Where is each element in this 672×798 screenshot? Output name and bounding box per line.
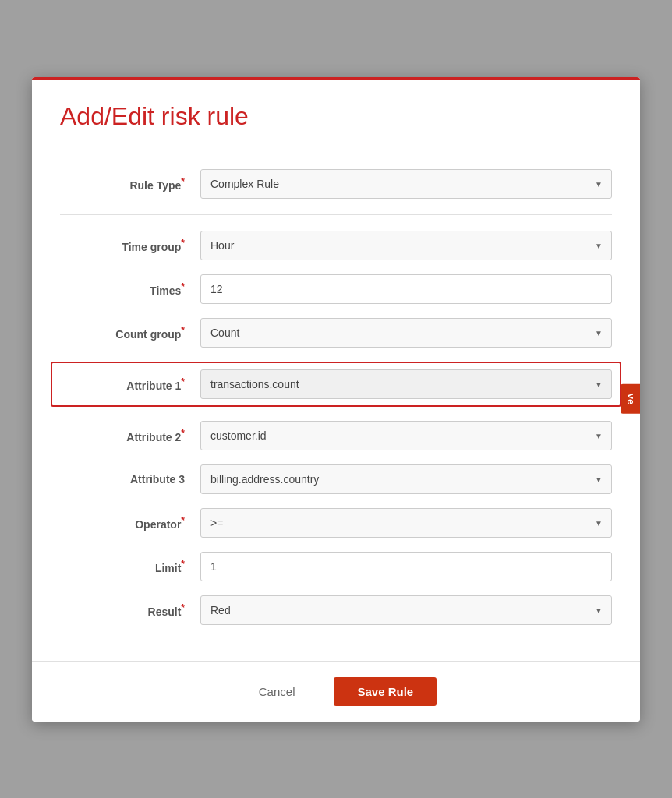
limit-row: Limit* — [60, 552, 612, 581]
modal-dialog: Add/Edit risk rule Rule Type* Complex Ru… — [32, 77, 640, 722]
cancel-button[interactable]: Cancel — [235, 677, 319, 706]
count-group-row: Count group* Count Sum Average — [60, 318, 612, 348]
attribute1-select-wrapper[interactable]: transactions.count customer.id billing.a… — [200, 369, 612, 399]
count-group-select-wrapper[interactable]: Count Sum Average — [200, 318, 612, 348]
limit-label: Limit* — [60, 559, 200, 574]
time-group-select-wrapper[interactable]: Hour Day Week Month — [200, 231, 612, 260]
rule-type-select[interactable]: Complex Rule Simple Rule — [200, 169, 612, 199]
times-label: Times* — [60, 281, 200, 297]
attribute2-label: Attribute 2* — [60, 428, 200, 443]
count-group-label: Count group* — [60, 325, 200, 341]
result-row: Result* Red Orange Yellow Green — [60, 595, 612, 625]
times-input[interactable] — [200, 274, 612, 304]
operator-row: Operator* >= <= > < = != — [60, 508, 612, 538]
attribute1-label: Attribute 1* — [60, 376, 200, 392]
time-group-row: Time group* Hour Day Week Month — [60, 231, 612, 260]
attribute3-select-wrapper[interactable]: transactions.count customer.id billing.a… — [200, 464, 612, 494]
operator-select-wrapper[interactable]: >= <= > < = != — [200, 508, 612, 538]
modal-header: Add/Edit risk rule — [32, 77, 640, 147]
attribute1-row: Attribute 1* transactions.count customer… — [51, 362, 621, 407]
times-row: Times* — [60, 274, 612, 304]
operator-select[interactable]: >= <= > < = != — [200, 508, 612, 538]
rule-type-label: Rule Type* — [60, 176, 200, 192]
limit-input[interactable] — [200, 552, 612, 581]
rule-type-select-wrapper[interactable]: Complex Rule Simple Rule — [200, 169, 612, 199]
result-select[interactable]: Red Orange Yellow Green — [200, 595, 612, 625]
time-group-select[interactable]: Hour Day Week Month — [200, 231, 612, 260]
modal-body: Rule Type* Complex Rule Simple Rule Time… — [32, 147, 640, 661]
attribute2-row: Attribute 2* transactions.count customer… — [60, 421, 612, 450]
divider-1 — [60, 214, 612, 215]
side-tab[interactable]: ve — [621, 384, 640, 414]
attribute2-select[interactable]: transactions.count customer.id billing.a… — [200, 421, 612, 450]
result-select-wrapper[interactable]: Red Orange Yellow Green — [200, 595, 612, 625]
result-label: Result* — [60, 602, 200, 618]
time-group-label: Time group* — [60, 238, 200, 253]
save-button[interactable]: Save Rule — [334, 677, 437, 706]
attribute1-select[interactable]: transactions.count customer.id billing.a… — [200, 369, 612, 399]
attribute3-label: Attribute 3 — [60, 473, 200, 486]
count-group-select[interactable]: Count Sum Average — [200, 318, 612, 348]
operator-label: Operator* — [60, 515, 200, 531]
modal-footer: Cancel Save Rule — [32, 661, 640, 722]
rule-type-row: Rule Type* Complex Rule Simple Rule — [60, 169, 612, 199]
attribute2-select-wrapper[interactable]: transactions.count customer.id billing.a… — [200, 421, 612, 450]
modal-title: Add/Edit risk rule — [60, 102, 612, 131]
attribute3-select[interactable]: transactions.count customer.id billing.a… — [200, 464, 612, 494]
attribute3-row: Attribute 3 transactions.count customer.… — [60, 464, 612, 494]
modal-overlay: Add/Edit risk rule Rule Type* Complex Ru… — [0, 0, 672, 798]
